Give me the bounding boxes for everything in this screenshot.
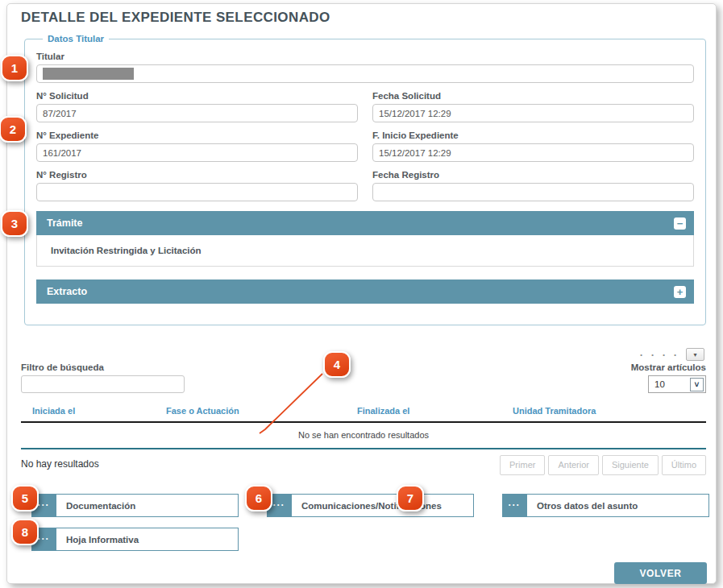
titular-field[interactable] (36, 64, 694, 83)
callout-badge-1: 1 (1, 55, 28, 81)
otros-datos-label: Otros datos del asunto (526, 494, 709, 517)
comunicaciones-button[interactable]: ··· Comunicaciones/Notificaciones (267, 494, 474, 517)
accordion-tramite: Trámite − Invitación Restringida y Licit… (36, 211, 694, 267)
filter-label: Filtro de búsqueda (21, 362, 185, 372)
accordion-extracto-header[interactable]: Extracto + (36, 280, 694, 304)
related-sections: ··· Documentación ··· Comunicaciones/Not… (31, 494, 706, 551)
column-header-finalizada[interactable]: Finalizada el (343, 406, 513, 416)
table-status-row: No hay resultados Primer Anterior Siguie… (21, 449, 706, 475)
fecha-registro-field[interactable] (372, 183, 694, 201)
registro-label: N° Registro (36, 170, 358, 180)
solicitud-label: N° Solicitud (36, 91, 358, 101)
comunicaciones-label: Comunicaciones/Notificaciones (291, 494, 474, 517)
results-table: Iniciada el Fase o Actuación Finalizada … (21, 406, 706, 475)
table-options-toolbar: · · · · ▾ (21, 348, 706, 361)
first-page-button[interactable]: Primer (500, 455, 545, 475)
fecha-registro-label: Fecha Registro (372, 170, 694, 180)
empty-results-message: No se han encontrado resultados (21, 423, 706, 449)
results-section: · · · · ▾ Filtro de búsqueda Mostrar art… (21, 348, 706, 475)
titular-label: Titular (36, 52, 694, 61)
page-title: DETALLE DEL EXPEDIENTE SELECCIONADO (21, 10, 716, 26)
no-results-status: No hay resultados (21, 455, 99, 470)
callout-badge-4: 4 (323, 351, 351, 378)
page-size-value: 10 (654, 379, 665, 389)
ellipsis-icon: ··· (502, 494, 526, 517)
chevron-down-icon: ▾ (693, 351, 696, 358)
expand-icon[interactable]: + (674, 286, 686, 298)
select-caret-icon: ˅ (690, 378, 704, 391)
expediente-field[interactable] (36, 143, 358, 162)
last-page-button[interactable]: Último (662, 455, 706, 475)
next-page-button[interactable]: Siguiente (602, 455, 659, 475)
hoja-informativa-button[interactable]: ··· Hoja Informativa (31, 528, 239, 551)
volver-button[interactable]: VOLVER (614, 562, 707, 584)
callout-badge-3: 3 (1, 210, 28, 237)
inicio-expediente-field[interactable] (372, 143, 694, 162)
footer-bar: VOLVER (7, 562, 707, 584)
documentacion-button[interactable]: ··· Documentación (31, 494, 239, 517)
search-input[interactable] (21, 375, 185, 393)
page-size-select[interactable]: 10 ˅ (648, 375, 706, 393)
column-header-fase[interactable]: Fase o Actuación (150, 406, 343, 416)
previous-page-button[interactable]: Anterior (548, 455, 599, 475)
otros-datos-button[interactable]: ··· Otros datos del asunto (502, 494, 709, 517)
column-chooser-button[interactable]: ▾ (686, 348, 704, 361)
hoja-informativa-label: Hoja Informativa (56, 528, 239, 551)
callout-badge-7: 7 (397, 485, 424, 511)
filter-row: Filtro de búsqueda Mostrar artículos 10 … (21, 362, 706, 393)
expediente-detail-card: DETALLE DEL EXPEDIENTE SELECCIONADO Dato… (6, 3, 717, 584)
fecha-solicitud-label: Fecha Solicitud (372, 91, 694, 101)
redacted-value (43, 68, 134, 80)
solicitud-field[interactable] (36, 104, 358, 122)
callout-badge-2: 2 (0, 116, 27, 143)
accordion-extracto: Extracto + (36, 280, 694, 304)
accordion-tramite-content: Invitación Restringida y Licitación (36, 235, 694, 267)
show-items-label: Mostrar artículos (631, 362, 706, 372)
table-header-row: Iniciada el Fase o Actuación Finalizada … (21, 406, 706, 423)
registro-field[interactable] (36, 183, 358, 201)
callout-badge-8: 8 (11, 519, 39, 545)
callout-badge-5: 5 (11, 485, 39, 511)
collapse-icon[interactable]: − (674, 217, 686, 230)
column-dots: · · · · (640, 350, 679, 360)
documentacion-label: Documentación (56, 494, 239, 517)
pagination: Primer Anterior Siguiente Último (500, 455, 706, 475)
datos-titular-fieldset: Datos Titular Titular N° Solicitud Fecha… (24, 34, 706, 325)
callout-badge-6: 6 (245, 485, 272, 511)
inicio-expediente-label: F. Inicio Expediente (372, 130, 694, 140)
datos-titular-legend: Datos Titular (43, 34, 109, 43)
accordion-extracto-title: Extracto (47, 286, 87, 297)
fecha-solicitud-field[interactable] (372, 104, 694, 122)
column-header-iniciada[interactable]: Iniciada el (21, 406, 150, 416)
expediente-label: N° Expediente (36, 130, 358, 140)
accordion-tramite-header[interactable]: Trámite − (36, 211, 694, 235)
accordion-tramite-title: Trámite (47, 217, 82, 229)
column-header-unidad[interactable]: Unidad Tramitadora (513, 406, 706, 416)
